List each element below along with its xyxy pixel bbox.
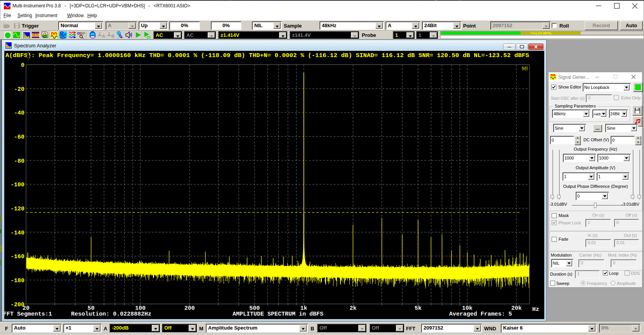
svg-text:AMPLITUDE SPECTRUM in dBFS: AMPLITUDE SPECTRUM in dBFS: [233, 311, 323, 318]
svg-text:-60: -60: [14, 134, 24, 141]
svg-text:0: 0: [21, 62, 24, 69]
svg-text:888: 888: [31, 32, 40, 38]
svg-text:5k: 5k: [415, 305, 422, 312]
svg-text:-120: -120: [10, 206, 24, 212]
svg-text:-40: -40: [14, 110, 24, 116]
svg-text:B: B: [111, 34, 115, 38]
svg-text:-180: -180: [10, 278, 24, 284]
svg-text:20k: 20k: [511, 305, 522, 312]
svg-text:D: D: [77, 31, 80, 35]
svg-text:-80: -80: [14, 158, 24, 165]
svg-text:D: D: [80, 31, 83, 35]
svg-text:-160: -160: [10, 253, 24, 260]
svg-text:A: A: [102, 34, 105, 38]
svg-text:Hz: Hz: [532, 306, 539, 313]
svg-text:-140: -140: [10, 230, 24, 236]
svg-text:FFT Segments:1: FFT Segments:1: [4, 311, 52, 318]
svg-text:-20: -20: [14, 86, 24, 93]
svg-text:A(dBFS): Peak Frequency= 1.00: A(dBFS): Peak Frequency= 1.0000160 kHz T…: [5, 52, 529, 59]
svg-text:-100: -100: [10, 182, 24, 188]
svg-text:P: P: [83, 31, 85, 35]
svg-text:2k: 2k: [349, 305, 356, 312]
svg-text:DUT: DUT: [59, 33, 67, 37]
svg-text:200: 200: [184, 305, 195, 312]
svg-text:Resolution: 0.0228882Hz: Resolution: 0.0228882Hz: [71, 311, 151, 318]
svg-text:Averaged Frames: 5: Averaged Frames: 5: [449, 311, 512, 318]
